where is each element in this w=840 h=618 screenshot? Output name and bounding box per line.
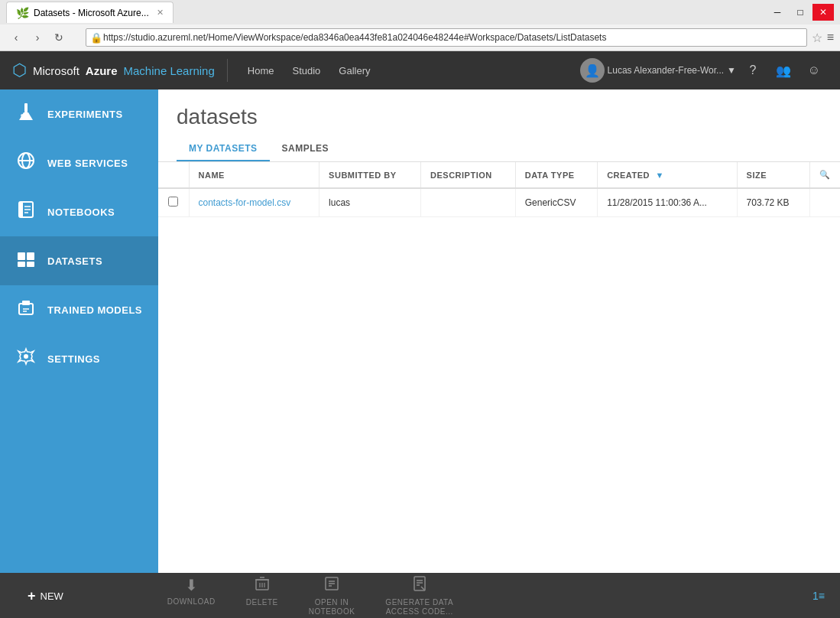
sidebar-item-web-services-label: WEB SERVICES: [47, 158, 128, 169]
app: ⬡ Microsoft Azure Machine Learning Home …: [0, 51, 840, 618]
feedback-button[interactable]: ☺: [800, 57, 828, 84]
sidebar-item-datasets-label: DATASETS: [47, 255, 102, 267]
users-button[interactable]: 👥: [770, 57, 797, 84]
user-dropdown-icon: ▼: [727, 65, 736, 76]
download-label: DOWNLOAD: [167, 597, 216, 606]
col-description[interactable]: DESCRIPTION: [421, 162, 516, 188]
svg-point-2: [21, 114, 24, 117]
window-controls: ─ □ ✕: [767, 4, 834, 21]
row-description-cell: [421, 188, 516, 217]
row-submitted-by-cell: lucas: [319, 188, 421, 217]
logo-microsoft: Microsoft: [33, 64, 79, 77]
row-data-type-cell: GenericCSV: [515, 188, 597, 217]
tab-samples[interactable]: SAMPLES: [270, 137, 342, 161]
minimize-button[interactable]: ─: [767, 4, 788, 21]
row-name-link[interactable]: contacts-for-model.csv: [199, 197, 291, 208]
tab-title: Datasets - Microsoft Azure...: [34, 8, 149, 18]
bookmark-icon[interactable]: ☆: [812, 31, 822, 45]
sidebar-item-settings-label: SETTINGS: [47, 353, 100, 365]
sidebar-item-experiments-label: EXPERIMENTS: [47, 109, 123, 120]
svg-rect-12: [18, 252, 25, 260]
experiments-icon: [15, 102, 37, 126]
sidebar-item-trained-models-label: TRAINED MODELS: [47, 304, 142, 316]
topbar-divider: [227, 59, 228, 82]
page-title: datasets: [177, 105, 822, 129]
user-name: Lucas Alexander-Free-Wor...: [608, 65, 725, 76]
col-submitted-by[interactable]: SUBMITTED BY: [319, 162, 421, 188]
sidebar-item-datasets[interactable]: DATASETS: [0, 236, 158, 285]
delete-icon: [255, 576, 270, 595]
notebooks-icon: [15, 200, 37, 224]
refresh-button[interactable]: ↻: [49, 28, 69, 47]
open-in-notebook-label: OPEN INNOTEBOOK: [309, 598, 355, 616]
tab-favicon: 🌿: [16, 7, 29, 19]
address-input[interactable]: [86, 28, 807, 47]
generate-data-access-code-action[interactable]: GENERATE DATAACCESS CODE...: [370, 571, 469, 619]
bottom-bar: + NEW ⬇ DOWNLOAD DELE: [0, 573, 840, 618]
logo-ml: Machine Learning: [124, 64, 215, 77]
topbar-right: 👤 Lucas Alexander-Free-Wor... ▼ ? 👥 ☺: [580, 57, 828, 84]
svg-rect-14: [18, 262, 25, 267]
avatar: 👤: [580, 58, 605, 83]
sidebar-item-settings[interactable]: SETTINGS: [0, 334, 158, 383]
col-checkbox: [158, 162, 189, 188]
delete-action[interactable]: DELETE: [231, 571, 294, 619]
open-in-notebook-action[interactable]: OPEN INNOTEBOOK: [294, 571, 371, 619]
row-size: 703.72 KB: [747, 197, 790, 208]
logo-icon: ⬡: [12, 60, 27, 80]
row-checkbox[interactable]: [168, 197, 178, 207]
col-created[interactable]: CREATED ▼: [598, 162, 737, 188]
lock-icon: 🔒: [90, 32, 102, 44]
sidebar-item-web-services[interactable]: WEB SERVICES: [0, 138, 158, 187]
forward-button[interactable]: ›: [28, 28, 47, 47]
nav-home[interactable]: Home: [240, 62, 282, 80]
generate-data-access-code-label: GENERATE DATAACCESS CODE...: [385, 598, 453, 616]
back-button[interactable]: ‹: [6, 28, 26, 47]
browser-chrome: 🌿 Datasets - Microsoft Azure... ✕ ─ □ ✕ …: [0, 0, 840, 51]
help-button[interactable]: ?: [739, 57, 767, 84]
new-button[interactable]: + NEW: [15, 582, 76, 610]
svg-line-35: [421, 587, 424, 590]
sidebar-item-notebooks[interactable]: NOTEBOOKS: [0, 187, 158, 236]
svg-rect-17: [22, 301, 30, 305]
sidebar-item-trained-models[interactable]: TRAINED MODELS: [0, 285, 158, 334]
sidebar-item-experiments[interactable]: EXPERIMENTS: [0, 89, 158, 138]
new-label: NEW: [41, 590, 63, 602]
col-size[interactable]: SIZE: [737, 162, 809, 188]
tabs-bar: MY DATASETS SAMPLES: [158, 137, 840, 162]
logo: ⬡ Microsoft Azure Machine Learning: [12, 60, 215, 80]
content-area: datasets MY DATASETS SAMPLES NAME SUBMIT…: [158, 89, 840, 573]
user-dropdown[interactable]: 👤 Lucas Alexander-Free-Wor... ▼: [580, 58, 736, 83]
col-name[interactable]: NAME: [189, 162, 319, 188]
svg-rect-8: [19, 202, 23, 217]
tab-my-datasets[interactable]: MY DATASETS: [177, 137, 270, 161]
settings-icon: [15, 346, 37, 371]
tab-close-button[interactable]: ✕: [157, 8, 164, 18]
address-bar: ‹ › ↻ 🔒 ☆ ≡: [0, 24, 840, 50]
row-created: 11/28/2015 11:00:36 A...: [607, 197, 707, 208]
web-services-icon: [15, 151, 37, 175]
svg-rect-15: [27, 262, 34, 267]
title-bar: 🌿 Datasets - Microsoft Azure... ✕ ─ □ ✕: [0, 0, 840, 24]
search-icon[interactable]: 🔍: [819, 170, 831, 179]
svg-rect-13: [27, 252, 34, 260]
col-search: 🔍: [809, 162, 840, 188]
topbar-nav: Home Studio Gallery: [240, 62, 378, 80]
col-data-type[interactable]: DATA TYPE: [515, 162, 597, 188]
row-name-cell: contacts-for-model.csv: [189, 188, 319, 217]
svg-point-20: [24, 354, 28, 359]
datasets-table: NAME SUBMITTED BY DESCRIPTION DATA TYPE …: [158, 162, 840, 217]
row-size-cell: 703.72 KB: [737, 188, 809, 217]
bottom-actions: ⬇ DOWNLOAD DELETE: [152, 571, 469, 619]
plus-icon: +: [28, 588, 36, 604]
close-button[interactable]: ✕: [812, 4, 834, 21]
menu-icon[interactable]: ≡: [827, 31, 834, 44]
trained-models-icon: [15, 298, 37, 322]
maximize-button[interactable]: □: [790, 4, 811, 21]
logo-azure: Azure: [86, 64, 118, 77]
nav-studio[interactable]: Studio: [284, 62, 328, 80]
download-action[interactable]: ⬇ DOWNLOAD: [152, 571, 231, 619]
table-header-row: NAME SUBMITTED BY DESCRIPTION DATA TYPE …: [158, 162, 840, 188]
nav-gallery[interactable]: Gallery: [331, 62, 378, 80]
browser-tab[interactable]: 🌿 Datasets - Microsoft Azure... ✕: [6, 2, 174, 23]
